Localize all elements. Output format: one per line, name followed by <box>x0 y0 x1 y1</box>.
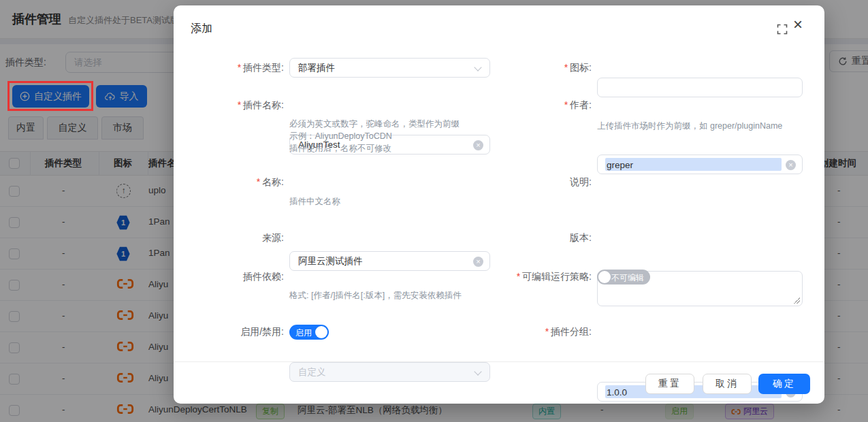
dependency-label: 插件依赖: <box>174 267 284 287</box>
source-label: 来源: <box>174 228 284 248</box>
name-input[interactable]: 阿里云测试插件 × <box>289 251 490 271</box>
fullscreen-icon[interactable] <box>777 24 788 35</box>
author-label: *作者: <box>465 95 592 115</box>
footer-divider <box>174 361 824 362</box>
enabled-toggle[interactable]: 启用 <box>289 325 329 340</box>
group-label: *插件分组: <box>465 322 592 342</box>
required-mark: * <box>238 99 241 110</box>
plugin-type-label: *插件类型: <box>174 58 284 78</box>
author-input[interactable]: greper × <box>597 155 803 174</box>
clear-icon[interactable]: × <box>473 140 483 150</box>
close-icon[interactable]: × <box>793 16 803 33</box>
source-select: 自定义 <box>289 362 490 382</box>
name-value: 阿里云测试插件 <box>298 256 363 266</box>
required-mark: * <box>564 99 568 110</box>
dialog-title: 添加 <box>191 22 212 36</box>
chevron-down-icon <box>474 368 481 375</box>
description-label: 说明: <box>465 172 592 192</box>
reset-button[interactable]: 重置 <box>645 374 694 394</box>
toggle-knob <box>598 271 611 283</box>
name-help: 插件中文名称 <box>289 195 340 208</box>
required-mark: * <box>564 62 568 73</box>
name-label: *名称: <box>174 172 284 192</box>
clear-icon[interactable]: × <box>786 160 796 170</box>
resize-handle-icon[interactable] <box>794 297 800 304</box>
cancel-button[interactable]: 取消 <box>703 374 752 394</box>
plugin-name-help: 必须为英文或数字，驼峰命名，类型作为前缀 示例：AliyunDeployToCD… <box>289 118 460 155</box>
author-help: 上传插件市场时作为前缀，如 greper/pluginName <box>597 120 782 132</box>
plugin-type-select[interactable]: 部署插件 <box>289 58 490 78</box>
toggle-label: 启用 <box>295 327 312 339</box>
confirm-button[interactable]: 确定 <box>758 374 810 394</box>
icon-label: *图标: <box>465 58 592 78</box>
add-plugin-dialog: 添加 × *插件类型: 部署插件 *图标: *插件名称: AliyunTest … <box>174 5 824 404</box>
screen: 插件管理 自定义插件处于BETA测试版， 插件类型: 请选择 重置 自定义插件 … <box>0 0 868 422</box>
red-annotation-box <box>7 81 93 111</box>
plugin-type-value: 部署插件 <box>298 63 335 73</box>
required-mark: * <box>238 62 241 73</box>
icon-input[interactable] <box>597 78 803 97</box>
required-mark: * <box>257 176 260 187</box>
version-label: 版本: <box>465 228 592 248</box>
plugin-name-label: *插件名称: <box>174 95 284 115</box>
selected-text-highlight: greper <box>605 158 782 171</box>
dependency-help: 格式: [作者/]插件名[:版本]，需先安装依赖插件 <box>289 289 462 302</box>
editable-policy-toggle[interactable]: 不可编辑 <box>597 270 650 285</box>
required-mark: * <box>517 271 520 282</box>
editable-policy-label: *可编辑运行策略: <box>465 267 592 287</box>
enabled-label: 启用/禁用: <box>174 322 284 342</box>
toggle-label: 不可编辑 <box>611 272 644 284</box>
toggle-knob <box>315 326 327 338</box>
required-mark: * <box>545 326 549 337</box>
clear-icon[interactable]: × <box>473 257 483 267</box>
source-value: 自定义 <box>298 367 326 377</box>
